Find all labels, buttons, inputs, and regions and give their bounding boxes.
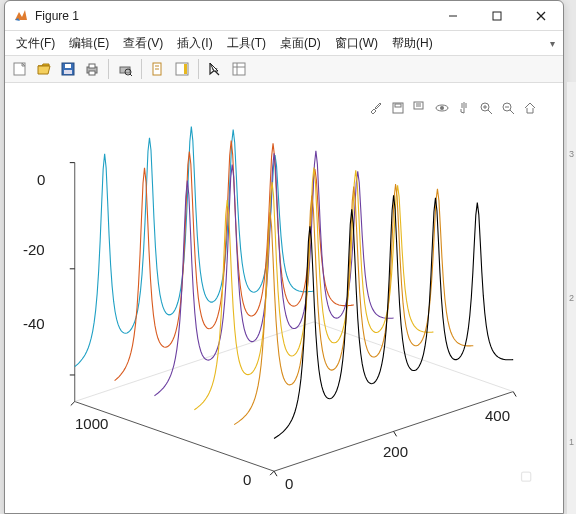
side-mark: 2 xyxy=(569,285,574,311)
svg-line-45 xyxy=(71,402,75,406)
svg-rect-18 xyxy=(184,64,187,74)
toolbar-dropdown-icon[interactable]: ▾ xyxy=(550,38,555,49)
z-tick-0: 0 xyxy=(37,171,45,188)
menu-window[interactable]: 窗口(W) xyxy=(328,33,385,54)
print-preview-button[interactable] xyxy=(114,58,136,80)
toolbar-separator xyxy=(198,59,199,79)
y-tick-1000: 1000 xyxy=(75,415,108,432)
svg-line-37 xyxy=(75,402,274,472)
minimize-button[interactable] xyxy=(431,1,475,31)
x-tick-0: 0 xyxy=(285,475,293,492)
y-tick-0: 0 xyxy=(243,471,251,488)
edit-plot-button[interactable] xyxy=(204,58,226,80)
svg-line-13 xyxy=(130,74,132,76)
svg-rect-10 xyxy=(89,71,95,75)
svg-line-38 xyxy=(314,322,513,392)
toolbar-separator xyxy=(141,59,142,79)
menu-insert[interactable]: 插入(I) xyxy=(170,33,219,54)
maximize-button[interactable] xyxy=(475,1,519,31)
menu-view[interactable]: 查看(V) xyxy=(116,33,170,54)
menu-tools[interactable]: 工具(T) xyxy=(220,33,273,54)
menu-help[interactable]: 帮助(H) xyxy=(385,33,440,54)
axes-area[interactable]: 0 -20 -40 1000 0 0 200 400 ▢ xyxy=(5,83,563,513)
x-tick-400: 400 xyxy=(485,407,510,424)
svg-rect-6 xyxy=(65,64,71,68)
svg-line-39 xyxy=(75,322,314,402)
side-mark: 3 xyxy=(569,141,574,167)
data-cursor-button[interactable] xyxy=(147,58,169,80)
menu-bar: 文件(F) 编辑(E) 查看(V) 插入(I) 工具(T) 桌面(D) 窗口(W… xyxy=(5,31,563,55)
svg-line-47 xyxy=(394,431,397,436)
close-button[interactable] xyxy=(519,1,563,31)
series-trace1 xyxy=(274,195,513,438)
side-mark: 1 xyxy=(569,429,574,455)
x-tick-200: 200 xyxy=(383,443,408,460)
figure-window: Figure 1 文件(F) 编辑(E) 查看(V) 插入(I) 工具(T) 桌… xyxy=(4,0,564,514)
open-button[interactable] xyxy=(33,58,55,80)
figure-toolbar xyxy=(5,55,563,83)
svg-line-48 xyxy=(513,392,516,397)
colorbar-button[interactable] xyxy=(171,58,193,80)
watermark: ▢ xyxy=(520,468,533,483)
menu-desktop[interactable]: 桌面(D) xyxy=(273,33,328,54)
svg-rect-19 xyxy=(233,63,245,75)
side-strip: 3 2 1 xyxy=(566,82,576,514)
new-figure-button[interactable] xyxy=(9,58,31,80)
svg-rect-7 xyxy=(64,70,72,74)
z-tick-40: -40 xyxy=(23,315,45,332)
matlab-logo-icon xyxy=(13,8,29,24)
link-plot-button[interactable] xyxy=(228,58,250,80)
toolbar-separator xyxy=(108,59,109,79)
menu-file[interactable]: 文件(F) xyxy=(9,33,62,54)
z-tick-20: -20 xyxy=(23,241,45,258)
print-button[interactable] xyxy=(81,58,103,80)
window-title: Figure 1 xyxy=(35,9,431,23)
axes-3d-plot[interactable] xyxy=(5,83,563,513)
save-button[interactable] xyxy=(57,58,79,80)
svg-line-46 xyxy=(274,471,277,476)
svg-rect-9 xyxy=(89,64,95,68)
svg-rect-1 xyxy=(493,12,501,20)
menu-edit[interactable]: 编辑(E) xyxy=(62,33,116,54)
title-bar[interactable]: Figure 1 xyxy=(5,1,563,31)
svg-line-44 xyxy=(270,471,274,475)
